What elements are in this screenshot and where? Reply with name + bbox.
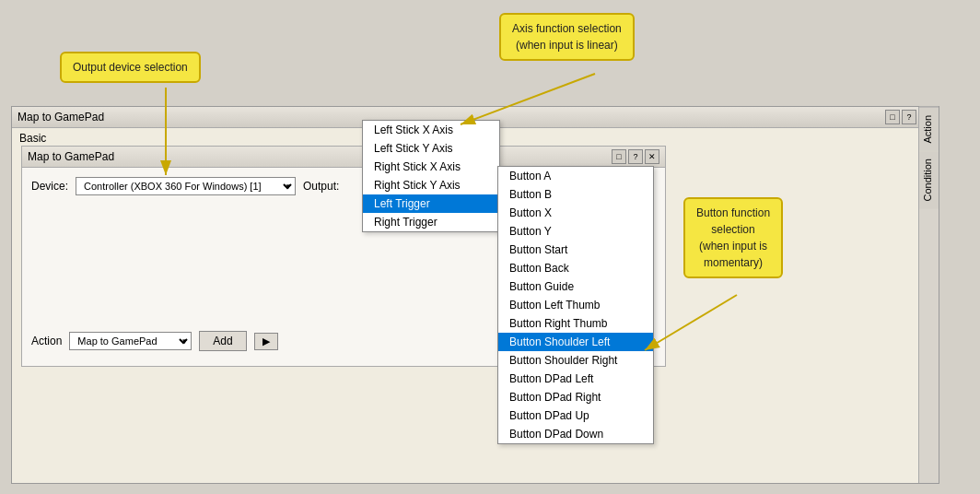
device-select-wrapper[interactable]: Controller (XBOX 360 For Windows) [1] — [76, 177, 296, 195]
axis-dropdown: Left Stick X Axis Left Stick Y Axis Righ… — [362, 120, 500, 232]
main-window-title: Map to GamePad — [18, 111, 104, 124]
sidebar-tab-action[interactable]: Action — [919, 107, 939, 151]
btn-item-sl[interactable]: Button Shoulder Left — [498, 333, 653, 351]
inner-btn-close[interactable]: ✕ — [645, 149, 659, 164]
button-dropdown: Button A Button B Button X Button Y Butt… — [497, 166, 654, 444]
action-label: Action — [31, 335, 62, 347]
axis-item-rsx[interactable]: Right Stick X Axis — [363, 158, 499, 176]
output-device-label: Output device selection — [73, 61, 188, 74]
btn-item-sr[interactable]: Button Shoulder Right — [498, 351, 653, 370]
device-label: Device: — [31, 180, 68, 193]
btn-item-dpr[interactable]: Button DPad Right — [498, 388, 653, 406]
inner-panel-controls: □ ? ✕ — [612, 149, 659, 164]
btn-item-guide[interactable]: Button Guide — [498, 277, 653, 296]
btn-item-start[interactable]: Button Start — [498, 241, 653, 259]
axis-function-tooltip: Axis function selection(when input is li… — [499, 13, 635, 61]
axis-item-rsy[interactable]: Right Stick Y Axis — [363, 176, 499, 194]
main-window-btn-help[interactable]: ? — [902, 110, 916, 124]
action-select-wrapper[interactable]: Map to GamePad — [69, 332, 192, 350]
axis-item-lt[interactable]: Left Trigger — [363, 194, 499, 213]
inner-panel-titlebar: Map to GamePad □ ? ✕ — [22, 147, 665, 168]
btn-item-dpu[interactable]: Button DPad Up — [498, 406, 653, 425]
right-sidebar: Action Condition — [918, 107, 939, 483]
axis-item-rt[interactable]: Right Trigger — [363, 213, 499, 231]
action-select[interactable]: Map to GamePad — [69, 332, 192, 350]
add-button[interactable]: Add — [199, 331, 246, 351]
button-function-label: Button functionselection(when input ismo… — [696, 206, 770, 269]
btn-item-b[interactable]: Button B — [498, 185, 653, 204]
device-select[interactable]: Controller (XBOX 360 For Windows) [1] — [76, 177, 296, 195]
btn-item-a[interactable]: Button A — [498, 167, 653, 185]
inner-btn-icon[interactable]: □ — [612, 149, 626, 164]
btn-item-rt[interactable]: Button Right Thumb — [498, 314, 653, 333]
axis-item-lsy[interactable]: Left Stick Y Axis — [363, 139, 499, 158]
inner-btn-help[interactable]: ? — [628, 149, 643, 164]
output-label: Output: — [303, 180, 339, 193]
inner-panel-title: Map to GamePad — [28, 150, 114, 163]
button-function-tooltip: Button functionselection(when input ismo… — [683, 197, 783, 278]
output-device-tooltip: Output device selection — [60, 52, 201, 83]
btn-item-y[interactable]: Button Y — [498, 222, 653, 241]
basic-label: Basic — [19, 132, 46, 145]
axis-function-label: Axis function selection(when input is li… — [512, 22, 622, 52]
record-button[interactable]: ▶ — [254, 333, 278, 350]
btn-item-back[interactable]: Button Back — [498, 259, 653, 277]
action-row: Action Map to GamePad Add ▶ — [22, 325, 287, 357]
btn-item-dpd[interactable]: Button DPad Down — [498, 425, 653, 443]
btn-item-x[interactable]: Button X — [498, 204, 653, 222]
axis-item-lsx[interactable]: Left Stick X Axis — [363, 121, 499, 139]
btn-item-lt[interactable]: Button Left Thumb — [498, 296, 653, 314]
main-window-btn-icon[interactable]: □ — [885, 110, 900, 124]
sidebar-tab-condition[interactable]: Condition — [919, 151, 939, 208]
btn-item-dpl[interactable]: Button DPad Left — [498, 370, 653, 388]
